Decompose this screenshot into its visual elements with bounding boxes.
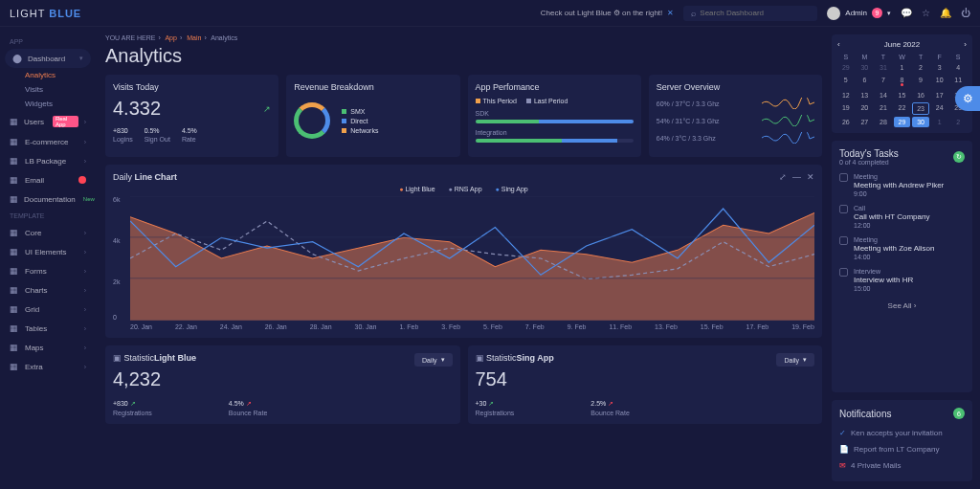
period-dropdown[interactable]: Daily▾	[414, 353, 453, 367]
calendar-day[interactable]: 19	[837, 102, 855, 115]
chevron-right-icon: ›	[84, 345, 86, 351]
sidebar-sub-visits[interactable]: Visits	[0, 82, 96, 97]
sidebar-section-app: APP	[0, 34, 96, 49]
home-icon: ⬤	[12, 54, 22, 63]
sidebar-item-dashboard[interactable]: ⬤ Dashboard ▾	[5, 49, 91, 68]
task-item[interactable]: MeetingMeeting with Andrew Piker9:00	[839, 173, 965, 197]
chat-icon[interactable]: 💬	[901, 8, 912, 18]
close-icon[interactable]: ✕	[807, 172, 814, 182]
settings-fab[interactable]: ⚙	[955, 86, 980, 111]
chevron-right-icon: ›	[84, 230, 86, 236]
line-chart: 6k 4k 2k 0	[113, 196, 814, 321]
sidebar-item-maps[interactable]: ▦Maps›	[0, 338, 96, 357]
bell-icon[interactable]: 🔔	[940, 8, 951, 18]
sidebar-item-ui-elements[interactable]: ▦UI Elements›	[0, 242, 96, 261]
next-month-icon[interactable]: ›	[964, 40, 967, 49]
chevron-right-icon: ›	[84, 287, 86, 294]
calendar-day[interactable]: 3	[931, 62, 948, 73]
calendar-day[interactable]: 6	[857, 75, 874, 88]
legend-item[interactable]: ● Light Blue	[399, 186, 434, 192]
sidebar-section-template: TEMPLATE	[0, 209, 96, 223]
task-item[interactable]: MeetingMeeting with Zoe Alison14:00	[839, 236, 965, 260]
menu-icon: ▦	[10, 285, 19, 295]
checkbox[interactable]	[839, 236, 848, 245]
checkbox[interactable]	[839, 173, 848, 182]
calendar-day[interactable]: 12	[837, 90, 855, 100]
power-icon[interactable]: ⏻	[961, 8, 970, 18]
notification-item[interactable]: ✓Ken accepts your invitation	[839, 425, 965, 441]
user-menu[interactable]: Admin 9 ▾	[827, 7, 891, 20]
sidebar-item-grid[interactable]: ▦Grid›	[0, 300, 96, 319]
close-icon[interactable]: ✕	[667, 9, 674, 17]
calendar-day[interactable]: 21	[875, 102, 892, 115]
visits-value: 4.332	[113, 98, 161, 120]
sidebar-item-extra[interactable]: ▦Extra›	[0, 357, 96, 376]
refresh-icon[interactable]: ↻	[953, 151, 965, 163]
calendar-day[interactable]: 24	[931, 102, 948, 115]
calendar-day[interactable]: 14	[875, 90, 892, 100]
calendar-day[interactable]: 9	[912, 75, 929, 88]
statistic-lightblue-card: ▣ StatisticLight Blue 4,232 Daily▾ +830 …	[105, 345, 460, 424]
calendar-day[interactable]: 20	[857, 102, 874, 115]
fullscreen-icon[interactable]: ⤢	[779, 172, 787, 182]
notification-item[interactable]: ✉4 Private Mails	[839, 457, 965, 474]
calendar-day[interactable]: 30	[912, 117, 929, 127]
sidebar-item-e-commerce[interactable]: ▦E-commerce›	[0, 132, 96, 151]
calendar-day[interactable]: 10	[931, 75, 948, 88]
menu-icon: ▦	[10, 266, 19, 276]
task-item[interactable]: InterviewInterview with HR15:00	[839, 268, 965, 292]
sidebar-item-email[interactable]: ▦Email	[0, 170, 96, 189]
calendar-day[interactable]: 26	[837, 117, 855, 127]
calendar-day[interactable]: 17	[931, 90, 948, 100]
calendar-day[interactable]: 7	[875, 75, 892, 88]
calendar-day[interactable]: 27	[857, 117, 874, 127]
checkbox[interactable]	[839, 205, 848, 213]
calendar-day[interactable]: 2	[949, 117, 967, 127]
checkbox[interactable]	[839, 268, 848, 277]
period-dropdown[interactable]: Daily▾	[776, 353, 814, 367]
sidebar-item-users[interactable]: ▦UsersReal App›	[0, 111, 96, 132]
chevron-right-icon: ›	[84, 306, 86, 313]
chevron-right-icon: ›	[84, 158, 86, 165]
sidebar-item-lb-package[interactable]: ▦LB Package›	[0, 151, 96, 170]
menu-icon: ▦	[10, 137, 19, 146]
calendar-day[interactable]: 5	[837, 75, 855, 88]
calendar-day[interactable]: 1	[931, 117, 948, 127]
main-content: YOU ARE HERE› App› Main› Analytics Analy…	[96, 27, 832, 489]
chevron-right-icon: ›	[84, 249, 86, 256]
calendar-day[interactable]: 4	[949, 62, 967, 73]
search-input[interactable]: ⌕	[683, 6, 817, 21]
calendar-day[interactable]: 23	[912, 102, 929, 115]
calendar-day[interactable]: 29	[837, 62, 855, 73]
sidebar-item-core[interactable]: ▦Core›	[0, 223, 96, 242]
sidebar-item-charts[interactable]: ▦Charts›	[0, 280, 96, 300]
calendar-day[interactable]: 28	[875, 117, 892, 127]
star-icon[interactable]: ☆	[922, 8, 930, 18]
legend-item[interactable]: ● RNS App	[449, 186, 482, 192]
minimize-icon[interactable]: —	[792, 172, 801, 182]
calendar-day[interactable]: 1	[894, 62, 911, 73]
see-all-link[interactable]: See All ›	[839, 301, 965, 310]
calendar-day[interactable]: 31	[875, 62, 892, 73]
sidebar-item-tables[interactable]: ▦Tables›	[0, 319, 96, 338]
task-item[interactable]: CallCall with HT Company12:00	[839, 205, 965, 229]
breadcrumb: YOU ARE HERE› App› Main› Analytics	[105, 34, 822, 41]
menu-icon: ▦	[10, 304, 19, 314]
calendar-day[interactable]: 29	[894, 117, 911, 127]
calendar-day[interactable]: 30	[857, 62, 874, 73]
notifications-card: Notifications 6 ✓Ken accepts your invita…	[832, 400, 972, 481]
calendar-day[interactable]: 16	[912, 90, 929, 100]
calendar-day[interactable]: 2	[912, 62, 929, 73]
sidebar-sub-widgets[interactable]: Widgets	[0, 97, 96, 111]
calendar-day[interactable]: 8	[894, 75, 911, 88]
sidebar-item-documentation[interactable]: ▦DocumentationNew›	[0, 189, 96, 209]
calendar-day[interactable]: 15	[894, 90, 911, 100]
legend-item[interactable]: ● Sing App	[496, 186, 528, 192]
notification-item[interactable]: 📄Report from LT Company	[839, 441, 965, 457]
prev-month-icon[interactable]: ‹	[837, 40, 840, 49]
sidebar-sub-analytics[interactable]: Analytics	[0, 68, 96, 82]
calendar[interactable]: ‹ June 2022 › SMTWTFS2930311234567891011…	[832, 34, 972, 133]
sidebar-item-forms[interactable]: ▦Forms›	[0, 261, 96, 280]
calendar-day[interactable]: 13	[857, 90, 874, 100]
calendar-day[interactable]: 22	[894, 102, 911, 115]
